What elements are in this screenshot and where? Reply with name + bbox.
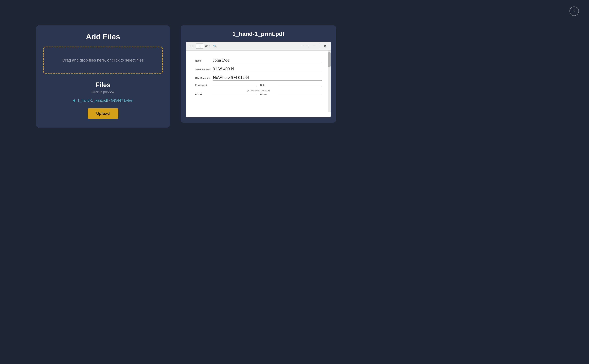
phone-value bbox=[278, 95, 321, 95]
pdf-toolbar: ☰ of 2 🔍 − + ··· bbox=[186, 42, 331, 51]
email-label: E-Mail: bbox=[195, 93, 211, 96]
files-section: Files Click to preview 1_hand-1_print.pd… bbox=[43, 81, 163, 119]
toolbar-separator bbox=[320, 44, 320, 48]
pdf-scrollbar[interactable] bbox=[328, 51, 331, 112]
email-value bbox=[213, 95, 257, 95]
upload-button[interactable]: Upload bbox=[88, 108, 119, 119]
name-value: John Doe bbox=[213, 58, 321, 63]
add-files-panel: Add Files Drag and drop files here, or c… bbox=[36, 25, 170, 128]
page-of-label: of 2 bbox=[205, 44, 210, 48]
drop-zone-text: Drag and drop files here, or click to se… bbox=[62, 58, 144, 62]
print-clearly-label: (PLEASE PRINT CLEARLY) bbox=[195, 90, 321, 92]
help-button[interactable]: ? bbox=[569, 6, 579, 16]
main-content: Add Files Drag and drop files here, or c… bbox=[0, 0, 589, 128]
city-field: City, State, Zip NoWhere SM 01234 bbox=[195, 75, 321, 80]
pdf-title: 1_hand-1_print.pdf bbox=[232, 31, 284, 37]
name-field: Name John Doe bbox=[195, 58, 321, 63]
zoom-out-button[interactable]: − bbox=[300, 44, 304, 48]
files-subtitle: Click to preview bbox=[43, 90, 163, 94]
list-icon: ☰ bbox=[190, 44, 193, 48]
gear-icon: ⚙ bbox=[324, 44, 326, 48]
settings-button[interactable]: ⚙ bbox=[322, 44, 328, 49]
pdf-preview-panel: 1_hand-1_print.pdf ☰ of 2 🔍 − + bbox=[181, 25, 336, 123]
phone-field: Phone: bbox=[260, 93, 321, 96]
pdf-content: Name John Doe Street Address 31 W 400 N … bbox=[186, 51, 331, 112]
date-label: Date bbox=[260, 84, 276, 86]
files-heading: Files bbox=[43, 81, 163, 89]
add-files-title: Add Files bbox=[86, 32, 120, 41]
street-label: Street Address bbox=[195, 68, 211, 71]
minus-icon: − bbox=[301, 44, 303, 48]
ellipsis-icon: ··· bbox=[313, 44, 316, 48]
pdf-form-area: Name John Doe Street Address 31 W 400 N … bbox=[195, 58, 321, 96]
phone-label: Phone: bbox=[260, 93, 276, 96]
city-value: NoWhere SM 01234 bbox=[213, 75, 321, 80]
file-preview-link[interactable]: 1_hand-1_print.pdf - 545447 bytes bbox=[78, 98, 133, 103]
pdf-viewer: ☰ of 2 🔍 − + ··· bbox=[186, 42, 331, 117]
page-number-input[interactable] bbox=[196, 44, 204, 49]
email-field: E-Mail: bbox=[195, 93, 257, 96]
street-field: Street Address 31 W 400 N bbox=[195, 66, 321, 72]
email-phone-fields: E-Mail: Phone: bbox=[195, 93, 321, 96]
zoom-in-button[interactable]: + bbox=[306, 44, 310, 48]
name-label: Name bbox=[195, 59, 211, 62]
pdf-scrollbar-thumb[interactable] bbox=[328, 52, 331, 67]
file-list: 1_hand-1_print.pdf - 545447 bytes bbox=[43, 98, 163, 103]
list-item: 1_hand-1_print.pdf - 545447 bytes bbox=[43, 98, 163, 103]
street-value: 31 W 400 N bbox=[213, 66, 321, 72]
envelope-label: Envelope # bbox=[195, 84, 211, 86]
pdf-scroll-area[interactable]: Name John Doe Street Address 31 W 400 N … bbox=[186, 51, 331, 112]
search-icon: 🔍 bbox=[213, 44, 217, 48]
file-dot-icon bbox=[73, 99, 75, 102]
date-value bbox=[278, 85, 321, 86]
date-field: Date bbox=[260, 84, 321, 86]
pdf-outline-button[interactable]: ☰ bbox=[189, 44, 194, 49]
plus-icon: + bbox=[307, 44, 309, 48]
pdf-search-button[interactable]: 🔍 bbox=[212, 44, 218, 49]
envelope-date-fields: Envelope # Date bbox=[195, 84, 321, 86]
more-options-button[interactable]: ··· bbox=[312, 44, 317, 48]
drop-zone[interactable]: Drag and drop files here, or click to se… bbox=[43, 46, 163, 74]
envelope-value bbox=[213, 85, 257, 86]
city-label: City, State, Zip bbox=[195, 77, 211, 79]
envelope-field: Envelope # bbox=[195, 84, 257, 86]
